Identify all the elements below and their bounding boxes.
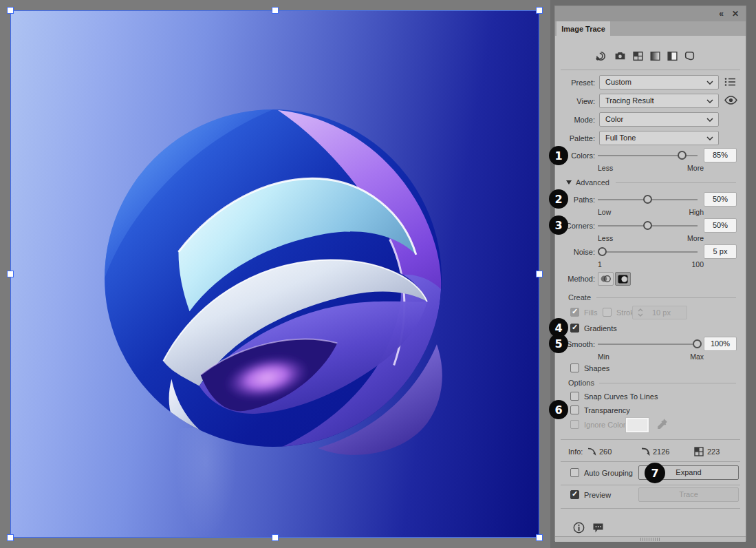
panel-tab-bar: Image Trace	[555, 21, 746, 36]
view-value: Tracing Result	[605, 96, 654, 105]
auto-grouping-label: Auto Grouping	[584, 468, 633, 478]
high-color-icon[interactable]	[614, 50, 626, 62]
noise-label: Noise:	[555, 244, 595, 260]
paths-slider[interactable]	[598, 199, 698, 200]
mode-value: Color	[605, 115, 623, 123]
method-overlapping-button[interactable]	[615, 272, 631, 286]
gradients-checkbox[interactable]	[570, 324, 579, 333]
paths-count: 260	[599, 446, 612, 457]
options-section-header: Options	[555, 378, 746, 388]
corners-slider[interactable]	[598, 225, 698, 226]
panel-resize-gripper[interactable]	[555, 536, 746, 542]
divider	[561, 508, 740, 509]
method-row: Method:	[555, 272, 746, 286]
paths-value[interactable]: 50%	[704, 192, 737, 207]
selection-handle-top-center[interactable]	[272, 7, 279, 14]
auto-grouping-checkbox[interactable]	[570, 468, 579, 477]
annotation-badge-5: 5	[549, 334, 568, 353]
preview-checkbox[interactable]	[570, 490, 579, 499]
chevron-down-icon	[706, 118, 713, 122]
abutting-paths-icon	[601, 275, 611, 283]
transparency-checkbox[interactable]	[570, 405, 579, 414]
smooth-slider-knob[interactable]	[693, 339, 702, 348]
shapes-checkbox[interactable]	[570, 363, 579, 372]
snap-curves-label: Snap Curves To Lines	[584, 392, 658, 401]
smooth-value[interactable]: 100%	[704, 337, 737, 351]
stroke-width-value: 10 px	[652, 306, 671, 319]
options-label: Options	[568, 378, 594, 388]
divider	[561, 439, 740, 440]
tab-image-trace[interactable]: Image Trace	[557, 21, 610, 36]
corners-slider-knob[interactable]	[643, 221, 652, 230]
low-color-icon[interactable]	[632, 50, 644, 62]
info-label: Info:	[568, 446, 583, 457]
ignore-color-row: Ignore Color	[555, 420, 746, 435]
divider	[561, 461, 740, 462]
colors-slider-knob[interactable]	[678, 151, 687, 160]
panel-title-bar: « ✕	[555, 6, 746, 21]
transparency-row: Transparency	[555, 405, 746, 417]
panel-menu-icon[interactable]	[724, 77, 736, 87]
info-icon[interactable]	[573, 522, 585, 534]
selection-handle-bottom-right[interactable]	[536, 534, 543, 541]
colors-slider[interactable]	[598, 155, 698, 156]
colors-value[interactable]: 85%	[704, 148, 737, 162]
feedback-icon[interactable]	[592, 523, 605, 534]
selection-handle-mid-left[interactable]	[7, 271, 14, 277]
palette-dropdown[interactable]: Full Tone	[599, 131, 719, 145]
artboard[interactable]	[10, 10, 539, 538]
grayscale-icon[interactable]	[649, 50, 661, 62]
smooth-max-label: Max	[598, 352, 704, 361]
noise-slider[interactable]	[598, 251, 698, 253]
selection-handle-bottom-left[interactable]	[7, 534, 14, 541]
section-rule	[596, 297, 736, 298]
paths-max-label: High	[598, 208, 704, 216]
info-row: Info: 260 2126 223	[555, 446, 746, 457]
annotation-badge-7: 7	[645, 463, 665, 483]
canvas-area[interactable]	[0, 0, 550, 548]
view-dropdown[interactable]: Tracing Result	[599, 94, 719, 108]
noise-slider-knob[interactable]	[598, 247, 607, 256]
ignore-color-checkbox	[570, 420, 579, 429]
selection-handle-top-right[interactable]	[536, 7, 543, 14]
selection-handle-bottom-center[interactable]	[272, 534, 279, 541]
paths-count-icon	[587, 447, 596, 456]
annotation-badge-1: 1	[549, 146, 568, 165]
preset-label: Preset:	[555, 75, 595, 90]
traced-artwork[interactable]	[97, 104, 449, 456]
close-panel-icon[interactable]: ✕	[732, 8, 739, 19]
noise-value[interactable]: 5 px	[704, 244, 737, 259]
snap-curves-row: Snap Curves To Lines	[555, 392, 746, 403]
eye-icon[interactable]	[724, 96, 737, 105]
smooth-slider[interactable]	[598, 344, 698, 345]
triangle-down-icon	[566, 180, 572, 185]
mode-dropdown[interactable]: Color	[599, 112, 719, 127]
auto-color-icon[interactable]	[595, 50, 607, 62]
fills-strokes-row: Fills Strokes 10 px	[555, 308, 746, 319]
collapse-panel-icon[interactable]: «	[719, 8, 724, 19]
preset-value: Custom	[605, 78, 631, 86]
annotation-badge-2: 2	[549, 189, 568, 209]
stepper-arrows-icon	[638, 308, 643, 317]
preset-dropdown[interactable]: Custom	[599, 75, 719, 89]
divider	[561, 70, 740, 70]
black-and-white-icon[interactable]	[667, 50, 678, 62]
paths-slider-knob[interactable]	[643, 195, 652, 204]
corners-value[interactable]: 50%	[704, 218, 737, 233]
outline-icon[interactable]	[684, 50, 695, 62]
colors-count-icon	[694, 447, 704, 456]
shapes-row: Shapes	[555, 363, 746, 375]
annotation-badge-6: 6	[549, 400, 568, 419]
chevron-down-icon	[706, 81, 713, 85]
method-abutting-button[interactable]	[598, 272, 614, 286]
ignore-color-swatch	[625, 417, 649, 433]
stroke-width-stepper: 10 px	[632, 306, 687, 319]
selection-handle-mid-right[interactable]	[536, 271, 543, 277]
snap-curves-checkbox[interactable]	[570, 392, 579, 401]
colors-max-label: More	[598, 164, 704, 172]
selection-handle-top-left[interactable]	[7, 7, 14, 14]
colors-slider-row: Colors: 85% Less More	[555, 148, 746, 174]
overlapping-paths-icon	[618, 275, 628, 284]
annotation-badge-3: 3	[549, 215, 568, 235]
advanced-section-header[interactable]: Advanced	[555, 178, 746, 187]
